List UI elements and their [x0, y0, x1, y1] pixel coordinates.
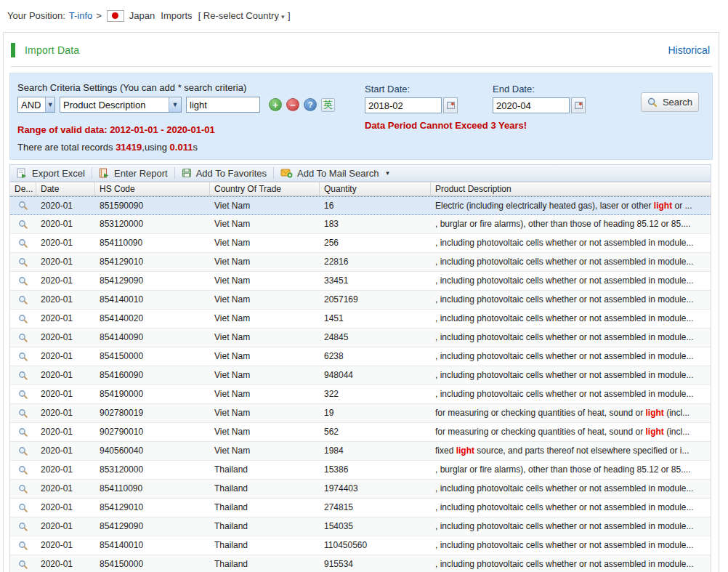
cell-quantity: 562 [320, 423, 431, 441]
cell-country: Viet Nam [210, 310, 320, 328]
cell-date: 2020-01 [36, 461, 95, 479]
row-detail-button[interactable] [10, 347, 36, 366]
breadcrumb-link-tinfo[interactable]: T-info [69, 10, 93, 21]
table-body: 2020-01851590090Viet Nam16Electric (incl… [10, 196, 711, 572]
table-row[interactable]: 2020-01940560040Viet Nam1984fixed light … [10, 442, 711, 461]
cell-hs-code: 854110090 [95, 234, 210, 252]
cell-hs-code: 854110090 [95, 480, 210, 498]
search-button[interactable]: Search [641, 92, 699, 112]
row-detail-button[interactable] [10, 461, 36, 479]
language-toggle-button[interactable]: 英 [321, 98, 335, 112]
cell-quantity: 22816 [320, 253, 431, 271]
breadcrumb: Your Position: T-info > Japan Imports [ … [0, 0, 728, 25]
row-detail-button[interactable] [10, 215, 36, 233]
column-header-description[interactable]: Product Description [431, 182, 711, 196]
header-divider [10, 66, 712, 67]
help-button[interactable]: ? [304, 98, 317, 111]
cell-description: , including photovoltaic cells whether o… [431, 499, 711, 517]
magnifier-detail-icon [18, 201, 28, 211]
table-row[interactable]: 2020-01854129090Thailand154035, includin… [10, 517, 711, 536]
column-header-country[interactable]: Country Of Trade [210, 182, 320, 196]
row-detail-button[interactable] [10, 480, 36, 498]
row-detail-button[interactable] [10, 385, 36, 403]
row-detail-button[interactable] [10, 404, 36, 422]
table-row[interactable]: 2020-01854140010Thailand110450560, inclu… [10, 536, 711, 555]
bool-operator-select[interactable]: AND ▼ [17, 97, 55, 113]
cell-country: Viet Nam [210, 272, 320, 290]
row-detail-button[interactable] [10, 253, 36, 271]
cell-country: Thailand [210, 480, 320, 498]
valid-range-notice: Range of valid data: 2012-01-01 - 2020-0… [17, 124, 215, 135]
table-row[interactable]: 2020-01853120000Thailand15386, burglar o… [10, 461, 711, 480]
row-detail-button[interactable] [10, 291, 36, 309]
table-row[interactable]: 2020-01854129010Thailand274815, includin… [10, 499, 711, 517]
search-field-select[interactable]: Product Description ▼ [60, 97, 182, 113]
table-row[interactable]: 2020-01854110090Viet Nam256, including p… [10, 234, 711, 253]
row-detail-button[interactable] [10, 197, 36, 214]
table-row[interactable]: 2020-01854160090Viet Nam948044, includin… [10, 366, 711, 385]
table-row[interactable]: 2020-01854140020Viet Nam1451, including … [10, 310, 711, 329]
table-row[interactable]: 2020-01854150000Viet Nam6238, including … [10, 347, 711, 366]
cell-description: , including photovoltaic cells whether o… [431, 272, 711, 290]
add-to-favorites-button[interactable]: Add To Favorites [175, 167, 274, 179]
table-row[interactable]: 2020-01854140090Viet Nam24845, including… [10, 329, 711, 347]
end-date-input[interactable] [493, 97, 570, 113]
column-header-detail[interactable]: De... [10, 182, 36, 196]
table-row[interactable]: 2020-01854129010Viet Nam22816, including… [10, 253, 711, 272]
cell-description: , including photovoltaic cells whether o… [431, 234, 711, 252]
row-detail-button[interactable] [10, 329, 36, 347]
cell-hs-code: 854129010 [95, 499, 210, 517]
row-detail-button[interactable] [10, 499, 36, 517]
keyword-input[interactable] [186, 97, 260, 113]
remove-criteria-button[interactable]: − [286, 98, 299, 111]
add-criteria-button[interactable]: + [269, 98, 282, 111]
table-row[interactable]: 2020-01851590090Viet Nam16Electric (incl… [10, 196, 711, 215]
row-detail-button[interactable] [10, 517, 36, 536]
cell-date: 2020-01 [36, 253, 95, 271]
table-row[interactable]: 2020-01854110090Thailand1974403, includi… [10, 480, 711, 499]
end-date-label: End Date: [493, 84, 535, 94]
row-detail-button[interactable] [10, 536, 36, 555]
row-detail-button[interactable] [10, 310, 36, 328]
reselect-country-label: [ Re-select Country [198, 10, 279, 21]
column-header-quantity[interactable]: Quantity [320, 182, 431, 196]
reselect-country-button[interactable]: [ Re-select Country▾ ] [198, 10, 291, 21]
table-row[interactable]: 2020-01854140010Viet Nam2057169, includi… [10, 291, 711, 310]
row-detail-button[interactable] [10, 423, 36, 441]
row-detail-button[interactable] [10, 555, 36, 572]
records-summary: There are total records 31419,using 0.01… [17, 142, 198, 153]
cell-hs-code: 902780019 [95, 404, 210, 422]
cell-hs-code: 854160090 [95, 366, 210, 384]
table-row[interactable]: 2020-01854129090Viet Nam33451, including… [10, 272, 711, 291]
table-row[interactable]: 2020-01853120000Viet Nam183, burglar or … [10, 215, 711, 234]
table-row[interactable]: 2020-01854190000Viet Nam322, including p… [10, 385, 711, 404]
historical-link[interactable]: Historical [668, 44, 710, 56]
export-excel-button[interactable]: Export Excel [10, 167, 92, 179]
enter-report-button[interactable]: Enter Report [92, 167, 175, 179]
table-row[interactable]: 2020-01902780019Viet Nam19for measuring … [10, 404, 711, 423]
cell-hs-code: 854129010 [95, 253, 210, 271]
import-data-panel: Import Data Historical Search Criteria S… [3, 32, 719, 572]
keyword-highlight: light [646, 427, 664, 437]
start-date-input[interactable] [365, 97, 442, 113]
cell-quantity: 183 [320, 215, 431, 233]
row-detail-button[interactable] [10, 442, 36, 460]
column-header-date[interactable]: Date [36, 182, 95, 196]
row-detail-button[interactable] [10, 272, 36, 290]
magnifier-detail-icon [18, 484, 28, 494]
table-row[interactable]: 2020-01854150000Thailand915534, includin… [10, 555, 711, 572]
row-detail-button[interactable] [10, 366, 36, 384]
enter-report-icon [99, 168, 110, 178]
column-header-hs-code[interactable]: HS Code [95, 182, 210, 196]
cell-quantity: 16 [320, 197, 431, 214]
cell-description: , including photovoltaic cells whether o… [431, 347, 711, 366]
calendar-icon[interactable] [571, 97, 586, 113]
search-field-value: Product Description [60, 97, 150, 112]
add-to-mail-search-button[interactable]: Add To Mail Search ▼ [274, 167, 397, 179]
row-detail-button[interactable] [10, 234, 36, 252]
search-criteria-title: Search Criteria Settings (You can add * … [17, 82, 246, 93]
start-date-group [365, 97, 458, 113]
cell-quantity: 322 [320, 385, 431, 403]
calendar-icon[interactable] [443, 97, 458, 113]
table-row[interactable]: 2020-01902790010Viet Nam562for measuring… [10, 423, 711, 442]
